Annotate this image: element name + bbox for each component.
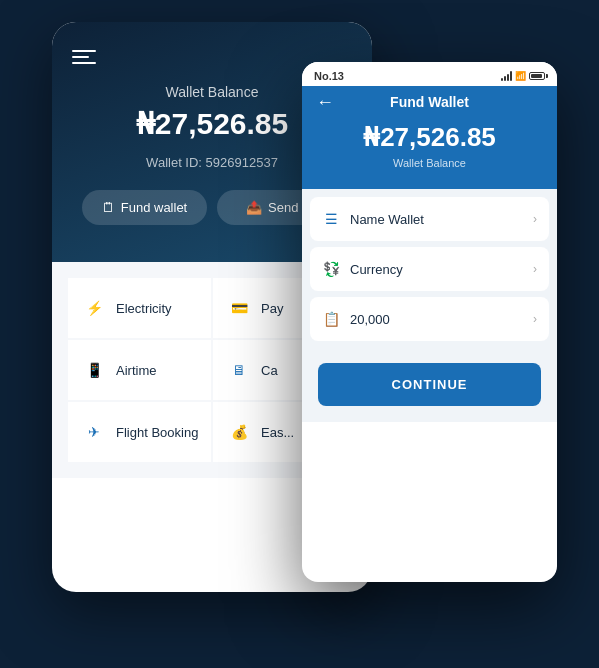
signal-icon xyxy=(501,71,512,81)
airtime-label: Airtime xyxy=(116,363,156,378)
currency-row[interactable]: 💱 Currency › xyxy=(310,247,549,291)
header-nav: ← Fund Wallet xyxy=(316,94,543,110)
send-icon: 📤 xyxy=(246,200,262,215)
pay-icon: 💳 xyxy=(225,294,253,322)
status-bar: No.13 📶 xyxy=(302,62,557,86)
fund-wallet-amount: ₦27,526.85 xyxy=(316,122,543,153)
chevron-right-icon: › xyxy=(533,262,537,276)
list-item[interactable]: 📱 Airtime xyxy=(68,340,211,400)
pay-label: Pay xyxy=(261,301,283,316)
easy-label: Eas... xyxy=(261,425,294,440)
name-wallet-row[interactable]: ☰ Name Wallet › xyxy=(310,197,549,241)
status-icons: 📶 xyxy=(501,71,545,81)
menu-icon[interactable] xyxy=(72,50,96,64)
fund-icon: 🗒 xyxy=(102,200,115,215)
continue-button[interactable]: CONTINUE xyxy=(318,363,541,406)
back-arrow-icon[interactable]: ← xyxy=(316,92,334,113)
fund-wallet-modal: No.13 📶 ← Fund Wallet ₦27,526.85 Wallet … xyxy=(302,62,557,582)
electricity-icon: ⚡ xyxy=(80,294,108,322)
fund-wallet-body: ☰ Name Wallet › 💱 Currency › 📋 20,000 › … xyxy=(302,189,557,422)
easy-icon: 💰 xyxy=(225,418,253,446)
name-wallet-left: ☰ Name Wallet xyxy=(322,211,424,227)
cable-icon: 🖥 xyxy=(225,356,253,384)
list-item[interactable]: ✈ Flight Booking xyxy=(68,402,211,462)
status-number: No.13 xyxy=(314,70,344,82)
chevron-right-icon: › xyxy=(533,312,537,326)
amount-icon: 📋 xyxy=(322,311,340,327)
battery-icon xyxy=(529,72,545,80)
amount-value: 20,000 xyxy=(350,312,390,327)
currency-left: 💱 Currency xyxy=(322,261,403,277)
wifi-icon: 📶 xyxy=(515,71,526,81)
fund-wallet-balance-label: Wallet Balance xyxy=(316,157,543,169)
airtime-icon: 📱 xyxy=(80,356,108,384)
list-item[interactable]: ⚡ Electricity xyxy=(68,278,211,338)
electricity-label: Electricity xyxy=(116,301,172,316)
currency-icon: 💱 xyxy=(322,261,340,277)
fund-wallet-title: Fund Wallet xyxy=(390,94,469,110)
chevron-right-icon: › xyxy=(533,212,537,226)
fund-wallet-header: ← Fund Wallet ₦27,526.85 Wallet Balance xyxy=(302,86,557,189)
flight-label: Flight Booking xyxy=(116,425,198,440)
name-wallet-label: Name Wallet xyxy=(350,212,424,227)
fund-wallet-button[interactable]: 🗒 Fund wallet xyxy=(82,190,207,225)
amount-left: 📋 20,000 xyxy=(322,311,390,327)
flight-icon: ✈ xyxy=(80,418,108,446)
name-wallet-icon: ☰ xyxy=(322,211,340,227)
amount-row[interactable]: 📋 20,000 › xyxy=(310,297,549,341)
currency-label: Currency xyxy=(350,262,403,277)
cable-label: Ca xyxy=(261,363,278,378)
